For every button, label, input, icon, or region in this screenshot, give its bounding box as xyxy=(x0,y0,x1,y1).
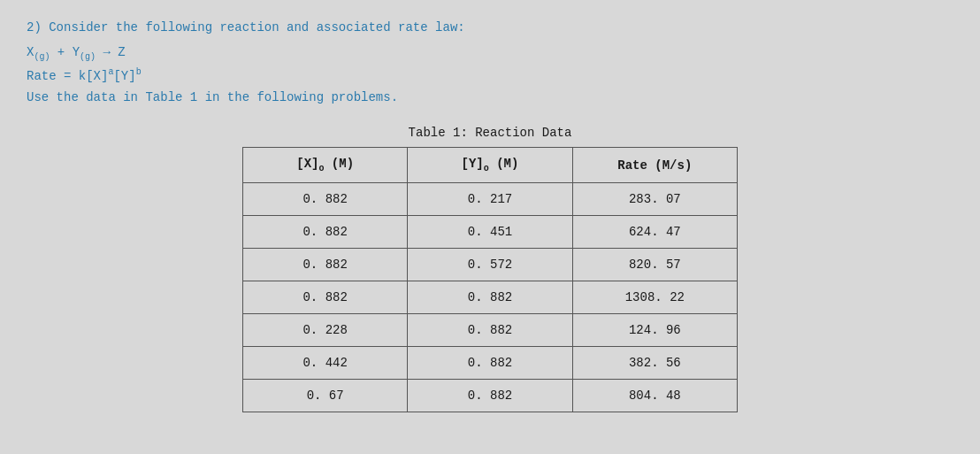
table-row: 0. 8820. 217283. 07 xyxy=(243,183,738,216)
table-section: Table 1: Reaction Data [X]o (M) [Y]o (M)… xyxy=(27,126,953,412)
table-header-row: [X]o (M) [Y]o (M) Rate (M/s) xyxy=(243,148,738,183)
cell-4-0: 0. 228 xyxy=(243,314,408,347)
cell-6-2: 804. 48 xyxy=(572,380,737,412)
cell-1-0: 0. 882 xyxy=(243,216,408,249)
table-row: 0. 8820. 572820. 57 xyxy=(243,249,738,281)
plus-symbol: + Y xyxy=(57,45,80,59)
y-bracket: [Y] xyxy=(113,69,135,83)
cell-5-1: 0. 882 xyxy=(408,347,572,380)
table-row: 0. 8820. 8821308. 22 xyxy=(243,281,738,314)
rate-line: Rate = k[X]a[Y]b xyxy=(27,65,953,87)
cell-3-0: 0. 882 xyxy=(243,281,408,314)
table-row: 0. 670. 882804. 48 xyxy=(243,380,738,412)
cell-2-1: 0. 572 xyxy=(408,249,572,281)
x-sub-header: o xyxy=(318,164,324,173)
cell-3-2: 1308. 22 xyxy=(572,281,737,314)
table-caption: Table 1: Reaction Data xyxy=(409,126,572,140)
cell-2-0: 0. 882 xyxy=(243,249,408,281)
cell-6-0: 0. 67 xyxy=(243,380,408,412)
col-header-rate: Rate (M/s) xyxy=(572,148,737,183)
arrow-symbol: → Z xyxy=(103,45,125,59)
cell-1-2: 624. 47 xyxy=(572,216,737,249)
use-data-line: Use the data in Table 1 in the following… xyxy=(27,88,953,109)
cell-3-1: 0. 882 xyxy=(408,281,572,314)
cell-0-0: 0. 882 xyxy=(243,183,408,216)
cell-2-2: 820. 57 xyxy=(572,249,737,281)
x-subscript: (g) xyxy=(34,52,50,62)
table-row: 0. 2280. 882124. 96 xyxy=(243,314,738,347)
cell-5-0: 0. 442 xyxy=(243,347,408,380)
cell-4-1: 0. 882 xyxy=(408,314,572,347)
col-header-x: [X]o (M) xyxy=(243,148,408,183)
exponent-b: b xyxy=(136,67,142,77)
cell-1-1: 0. 451 xyxy=(408,216,572,249)
cell-5-2: 382. 56 xyxy=(572,347,737,380)
intro-line: 2) Consider the following reaction and a… xyxy=(27,18,953,37)
rate-label: Rate = k[X] xyxy=(27,69,108,83)
reaction-data-table: [X]o (M) [Y]o (M) Rate (M/s) 0. 8820. 21… xyxy=(242,147,738,412)
col-header-y: [Y]o (M) xyxy=(408,148,572,183)
cell-0-1: 0. 217 xyxy=(408,183,572,216)
y-subscript: (g) xyxy=(80,52,96,62)
y-sub-header: o xyxy=(484,164,489,173)
use-data-text: Use the data in Table 1 in the following… xyxy=(27,90,398,104)
table-row: 0. 4420. 882382. 56 xyxy=(243,347,738,380)
cell-4-2: 124. 96 xyxy=(572,314,737,347)
cell-6-1: 0. 882 xyxy=(408,380,572,412)
problem-container: 2) Consider the following reaction and a… xyxy=(27,18,953,412)
table-row: 0. 8820. 451624. 47 xyxy=(243,216,738,249)
reaction-line: X(g) + Y(g) → Z xyxy=(27,42,953,65)
intro-text: 2) Consider the following reaction and a… xyxy=(27,20,465,35)
cell-0-2: 283. 07 xyxy=(572,183,737,216)
